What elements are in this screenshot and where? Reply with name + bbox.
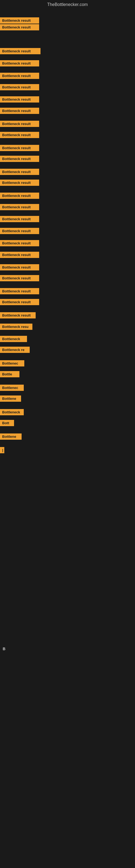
- bottleneck-result-item: Bottleneck result: [0, 204, 39, 210]
- bottleneck-result-item: Bottleneck result: [0, 264, 39, 271]
- single-char-label: B: [3, 647, 5, 651]
- bottleneck-result-item: Bottleneck result: [0, 156, 39, 162]
- bottleneck-result-item: Bottleneck result: [0, 193, 39, 199]
- bottleneck-result-item: Bottleneck result: [0, 108, 39, 114]
- bottleneck-result-item: Bottleneck result: [0, 18, 39, 24]
- bottleneck-result-item: Bottleneck result: [0, 240, 39, 246]
- bottleneck-result-item: Bottleneck result: [0, 60, 39, 66]
- bottleneck-result-item: Bottleneck: [0, 336, 27, 342]
- bottleneck-result-item: Bottleneck result: [0, 180, 39, 186]
- bottleneck-result-item: Bottleneck result: [0, 145, 39, 151]
- bottleneck-result-item: Bottleneck result: [0, 299, 39, 305]
- bottleneck-result-item: Bottlene: [0, 396, 21, 402]
- bottleneck-result-item: Bottleneck result: [0, 73, 39, 79]
- bottleneck-result-item: Bottleneck result: [0, 312, 36, 318]
- bottleneck-result-item: Bottlenec: [0, 384, 24, 391]
- bottleneck-result-item: Bottlene: [0, 433, 21, 440]
- bottleneck-result-item: Bottleneck result: [0, 252, 39, 258]
- bottleneck-result-item: Bottleneck: [0, 409, 24, 415]
- bottleneck-result-item: Bottleneck result: [0, 288, 39, 294]
- bottleneck-result-item: Bottleneck result: [0, 24, 39, 30]
- bottleneck-result-item: Bottleneck resu: [0, 323, 32, 330]
- bottleneck-result-item: Bottleneck result: [0, 121, 39, 127]
- bottleneck-result-item: Bottleneck result: [0, 169, 39, 175]
- bottleneck-result-item: Bottleneck result: [0, 228, 39, 234]
- bottleneck-result-item: Bottleneck result: [0, 96, 39, 102]
- bottleneck-result-item: Bottleneck re: [0, 347, 30, 353]
- bottleneck-result-item: Bottleneck result: [0, 132, 39, 138]
- bottleneck-result-item: Bottlenec: [0, 360, 24, 367]
- bottleneck-result-item: Bottleneck result: [0, 275, 39, 281]
- bottleneck-result-item: Bott: [0, 420, 14, 426]
- bottleneck-result-item: Bottleneck result: [0, 216, 39, 222]
- bottleneck-result-item: Bottleneck result: [0, 84, 39, 90]
- bottleneck-result-item: Bottleneck result: [0, 48, 41, 54]
- bottleneck-result-item: |: [0, 447, 4, 453]
- bottleneck-result-item: Bottle: [0, 371, 19, 377]
- site-title: TheBottlenecker.com: [0, 0, 135, 9]
